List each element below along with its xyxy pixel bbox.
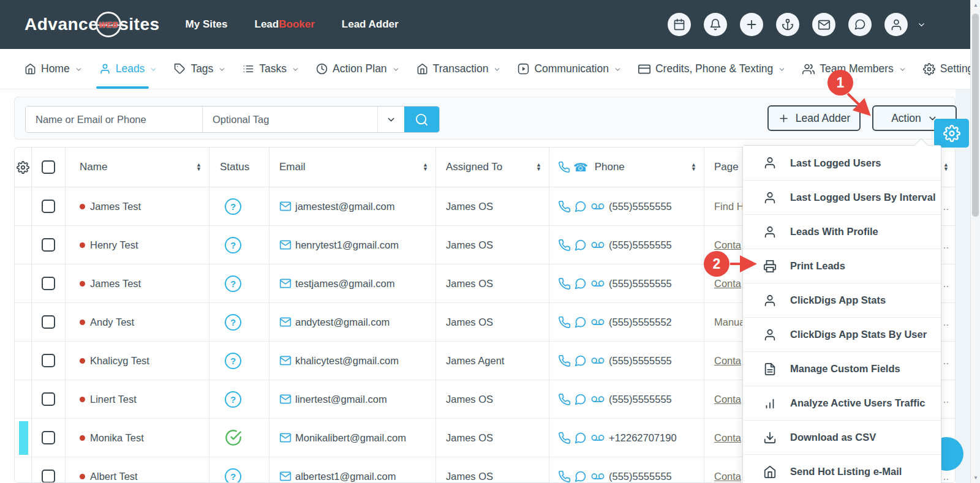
status-question-icon[interactable]: ? [225, 198, 241, 215]
menu-item-last-logged-users[interactable]: Last Logged Users [743, 146, 941, 180]
row-checkbox[interactable] [42, 315, 55, 329]
menu-item-clickdigs-app-stats-by-user[interactable]: ClickDigs App Stats By User [743, 317, 941, 351]
sort-icon[interactable]: ▲▼ [943, 163, 949, 171]
anchor-icon[interactable] [776, 13, 799, 36]
sort-icon[interactable]: ▲▼ [536, 163, 541, 171]
sort-icon[interactable]: ▲▼ [196, 163, 202, 171]
search-button[interactable] [404, 107, 439, 132]
nav-item-credits-phone-texting[interactable]: Credits, Phone & Texting [638, 49, 786, 89]
column-header-email[interactable]: Email▲▼ [269, 148, 435, 187]
page-source-link[interactable]: Conta [714, 471, 741, 482]
nav-item-team-members[interactable]: Team Members [802, 49, 907, 89]
profile-chevron-down-icon[interactable] [917, 19, 926, 30]
voicemail-icon[interactable] [590, 277, 606, 290]
call-icon[interactable] [558, 316, 571, 329]
search-input[interactable] [26, 107, 202, 132]
row-checkbox[interactable] [42, 200, 55, 213]
menu-item-last-logged-users-by-interval[interactable]: Last Logged Users By Interval [743, 180, 941, 214]
sms-chat-icon[interactable] [574, 200, 587, 213]
menu-item-leads-with-profile[interactable]: Leads With Profile [743, 214, 941, 249]
voicemail-icon[interactable] [590, 393, 606, 406]
call-icon[interactable] [558, 200, 571, 213]
sms-chat-icon[interactable] [574, 316, 587, 329]
row-checkbox[interactable] [42, 354, 55, 367]
link-lead-adder[interactable]: Lead Adder [342, 18, 399, 31]
menu-item-clickdigs-app-stats[interactable]: ClickDigs App Stats [743, 283, 941, 317]
voicemail-icon[interactable] [590, 200, 606, 213]
menu-item-print-leads[interactable]: Print Leads [743, 249, 941, 283]
scroll-down-icon[interactable]: ▼ [971, 475, 980, 481]
call-icon[interactable] [558, 277, 571, 290]
lead-adder-button[interactable]: Lead Adder [767, 105, 861, 131]
row-checkbox[interactable] [42, 392, 55, 406]
sort-icon[interactable]: ▲▼ [691, 163, 696, 171]
status-question-icon[interactable]: ? [225, 468, 241, 483]
call-icon[interactable] [558, 393, 571, 406]
nav-item-home[interactable]: Home [24, 49, 83, 89]
row-checkbox[interactable] [42, 431, 55, 444]
add-plus-icon[interactable] [740, 13, 763, 36]
brand-logo[interactable]: Advance WEB sites [24, 12, 160, 37]
calendar-icon[interactable] [668, 13, 691, 36]
voicemail-icon[interactable] [590, 239, 606, 252]
link-my-sites[interactable]: My Sites [186, 18, 228, 31]
columns-gear-icon[interactable] [15, 148, 31, 187]
status-question-icon[interactable]: ? [225, 275, 241, 292]
nav-item-transaction[interactable]: Transaction [417, 49, 502, 89]
row-checkbox[interactable] [42, 238, 55, 252]
scroll-up-icon[interactable]: ▲ [971, 2, 980, 8]
select-all-checkbox[interactable] [42, 160, 55, 174]
voicemail-icon[interactable] [590, 354, 606, 367]
download-icon [763, 431, 777, 444]
page-source-link[interactable]: Conta [714, 394, 741, 405]
status-question-icon[interactable]: ? [225, 314, 241, 331]
scrollbar-thumb[interactable] [972, 13, 979, 217]
profile-icon[interactable] [884, 13, 908, 36]
assigned-to: James OS [446, 316, 493, 328]
sms-chat-icon[interactable] [574, 277, 587, 290]
sms-chat-icon[interactable] [574, 432, 587, 444]
voicemail-icon[interactable] [590, 316, 606, 329]
page-source-link[interactable]: Conta [714, 355, 741, 367]
status-verified-check-icon[interactable] [225, 429, 242, 446]
row-checkbox[interactable] [42, 277, 55, 290]
optional-tag-input[interactable] [202, 107, 377, 132]
sort-icon[interactable]: ▲▼ [423, 163, 428, 171]
column-header-phone[interactable]: ☎Phone▲▼ [549, 148, 704, 187]
call-icon[interactable] [558, 470, 571, 483]
nav-item-leads[interactable]: Leads [99, 49, 158, 89]
voicemail-icon[interactable] [590, 432, 606, 444]
page-source-link[interactable]: Conta [714, 278, 741, 290]
call-icon[interactable] [558, 432, 571, 444]
nav-item-action-plan[interactable]: Action Plan [316, 49, 400, 89]
page-scrollbar[interactable]: ▲ ▼ [970, 0, 980, 483]
voicemail-icon[interactable] [590, 470, 606, 483]
nav-item-tasks[interactable]: Tasks [243, 49, 300, 89]
status-question-icon[interactable]: ? [225, 353, 241, 369]
table-settings-gear-button[interactable] [934, 119, 969, 148]
menu-item-manage-custom-fields[interactable]: Manage Custom Fields [743, 351, 941, 386]
column-header-assigned-to[interactable]: Assigned To▲▼ [435, 148, 549, 187]
nav-item-tags[interactable]: Tags [174, 49, 226, 89]
call-icon[interactable] [558, 354, 571, 367]
sms-chat-icon[interactable] [574, 239, 587, 252]
nav-item-communication[interactable]: Communication [518, 49, 622, 89]
page-source-link[interactable]: Conta [714, 239, 741, 251]
status-question-icon[interactable]: ? [225, 391, 241, 408]
sms-chat-icon[interactable] [574, 354, 587, 367]
status-question-icon[interactable]: ? [225, 237, 241, 253]
mail-icon[interactable] [812, 13, 835, 36]
menu-item-download-as-csv[interactable]: Download as CSV [743, 420, 941, 454]
menu-item-analyze-active-users-traffic[interactable]: Analyze Active Users Traffic [743, 386, 941, 420]
tag-dropdown-chevron[interactable] [377, 107, 404, 132]
sms-chat-icon[interactable] [574, 393, 587, 406]
notifications-bell-icon[interactable] [704, 13, 727, 36]
link-leadbooker[interactable]: LeadBooker [255, 18, 315, 31]
column-header-name[interactable]: Name▲▼ [65, 148, 209, 187]
sms-chat-icon[interactable] [574, 470, 587, 483]
call-icon[interactable] [558, 239, 571, 252]
chat-icon[interactable] [848, 13, 872, 36]
row-checkbox[interactable] [42, 470, 55, 483]
menu-item-send-hot-listing-email[interactable]: Send Hot Listing e-Mail [743, 454, 941, 483]
page-source-link[interactable]: Conta [714, 432, 741, 444]
